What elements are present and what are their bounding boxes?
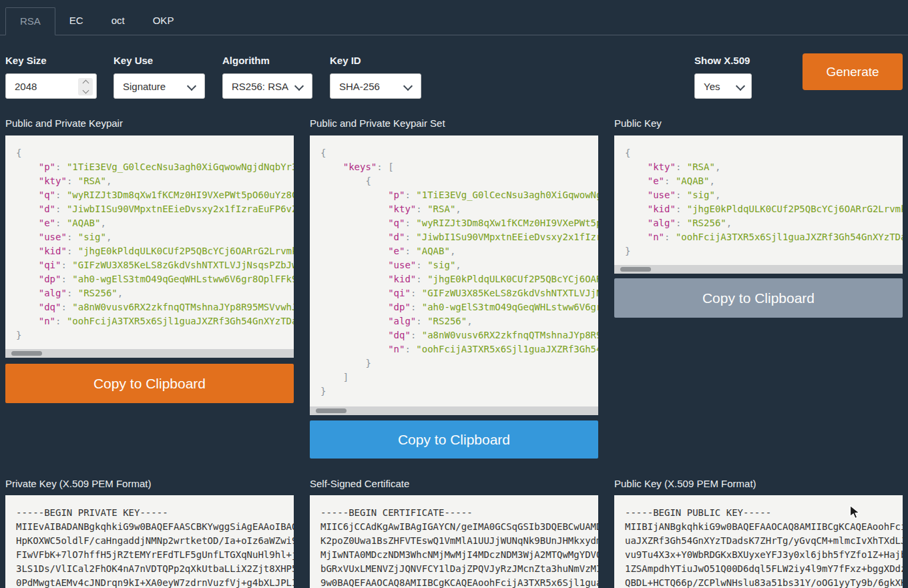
keypair-set-panel-title: Public and Private Keypair Set (310, 117, 445, 129)
key-use-value: Signature (123, 81, 166, 92)
keypair-set-json-code: { "keys": [ { "p": "1TiE3EVg_G0lCecNsu3a… (310, 135, 598, 398)
private-pem-code: -----BEGIN PRIVATE KEY----- MIIEvAIBADAN… (5, 495, 294, 588)
key-use-select[interactable]: Signature (114, 73, 205, 99)
keypair-panel-title: Public and Private Keypair (5, 117, 123, 129)
keypair-json-block: { "p": "1TiE3EVg_G0lCecNsu3agh0XiGqwowNg… (5, 135, 294, 358)
horizontal-scrollbar[interactable] (310, 406, 598, 415)
tab-ec[interactable]: EC (55, 7, 97, 35)
tab-oct[interactable]: oct (97, 7, 139, 35)
public-key-json-block: { "kty": "RSA", "e": "AQAB", "use": "sig… (614, 135, 903, 274)
private-pem-panel-title: Private Key (X.509 PEM Format) (5, 478, 151, 489)
chevron-down-icon (403, 81, 413, 91)
key-id-value: SHA-256 (339, 81, 380, 92)
public-key-json-code: { "kty": "RSA", "e": "AQAB", "use": "sig… (614, 135, 903, 258)
key-size-label: Key Size (5, 55, 47, 66)
copy-keypair-set-button[interactable]: Copy to Clipboard (310, 420, 598, 459)
scrollbar-thumb[interactable] (11, 351, 42, 356)
algorithm-select[interactable]: RS256: RSA (222, 73, 312, 99)
generate-button[interactable]: Generate (803, 53, 903, 90)
scrollbar-thumb[interactable] (316, 408, 347, 413)
tab-okp[interactable]: OKP (139, 7, 188, 35)
spinner-up-icon[interactable] (82, 80, 89, 87)
key-size-field[interactable] (5, 73, 97, 99)
certificate-code: -----BEGIN CERTIFICATE----- MIIC6jCCAdKg… (310, 495, 598, 588)
key-id-label: Key ID (330, 55, 361, 66)
tab-rsa[interactable]: RSA (5, 7, 55, 35)
show-x509-select[interactable]: Yes (694, 73, 752, 99)
public-key-panel-title: Public Key (614, 117, 662, 129)
certificate-panel-title: Self-Signed Certificate (310, 478, 409, 489)
certificate-block: -----BEGIN CERTIFICATE----- MIIC6jCCAdKg… (310, 495, 598, 588)
number-spinner[interactable] (78, 78, 93, 95)
copy-keypair-button[interactable]: Copy to Clipboard (5, 364, 294, 403)
scrollbar-thumb[interactable] (620, 267, 651, 272)
key-type-tabbar: RSA EC oct OKP (0, 7, 908, 35)
chevron-down-icon (294, 81, 304, 91)
chevron-down-icon (187, 81, 196, 91)
algorithm-value: RS256: RSA (232, 81, 288, 92)
keypair-set-json-block: { "keys": [ { "p": "1TiE3EVg_G0lCecNsu3a… (310, 135, 598, 415)
public-pem-code: -----BEGIN PUBLIC KEY----- MIIBIjANBgkqh… (614, 495, 903, 588)
show-x509-value: Yes (704, 81, 720, 92)
copy-public-key-button[interactable]: Copy to Clipboard (614, 278, 903, 318)
horizontal-scrollbar[interactable] (614, 265, 903, 274)
show-x509-label: Show X.509 (694, 55, 750, 66)
chevron-down-icon (736, 81, 745, 91)
private-pem-block: -----BEGIN PRIVATE KEY----- MIIEvAIBADAN… (5, 495, 294, 588)
key-id-select[interactable]: SHA-256 (330, 73, 421, 99)
spinner-down-icon[interactable] (82, 87, 89, 94)
algorithm-label: Algorithm (222, 55, 270, 66)
public-pem-block: -----BEGIN PUBLIC KEY----- MIIBIjANBgkqh… (614, 495, 903, 588)
keypair-json-code: { "p": "1TiE3EVg_G0lCecNsu3agh0XiGqwowNg… (5, 135, 294, 342)
horizontal-scrollbar[interactable] (5, 349, 294, 358)
key-use-label: Key Use (114, 55, 153, 66)
public-pem-panel-title: Public Key (X.509 PEM Format) (614, 478, 756, 489)
